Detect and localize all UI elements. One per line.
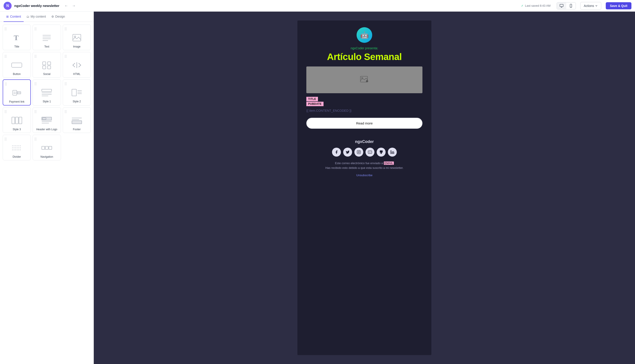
tab-my-content[interactable]: 🗂 My content bbox=[24, 12, 49, 22]
svg-rect-0 bbox=[560, 4, 563, 7]
drag-handle bbox=[35, 55, 36, 58]
component-title[interactable]: T Title bbox=[3, 24, 31, 50]
svg-point-9 bbox=[74, 36, 76, 37]
component-text[interactable]: Text bbox=[33, 24, 61, 50]
email-badges: TITLE PUBDATE bbox=[306, 97, 422, 106]
redo-button[interactable]: → bbox=[71, 2, 77, 9]
component-html[interactable]: HTML bbox=[63, 52, 91, 78]
twitter-icon[interactable] bbox=[343, 148, 352, 156]
component-image[interactable]: Image bbox=[63, 24, 91, 50]
app-logo: N bbox=[4, 2, 12, 10]
svg-rect-44 bbox=[49, 146, 52, 150]
component-style3[interactable]: Style 3 bbox=[3, 107, 31, 133]
navigation-icon bbox=[40, 142, 53, 154]
style1-icon bbox=[40, 87, 53, 98]
header-logo-icon bbox=[40, 115, 53, 126]
app-title: ngxCoder weekly newsletter bbox=[14, 4, 59, 8]
unsubscribe-link[interactable]: Unsubscribe bbox=[356, 174, 373, 177]
component-social[interactable]: Social bbox=[33, 52, 61, 78]
check-icon: ✓ bbox=[521, 4, 524, 7]
pubdate-badge: PUBDATE bbox=[306, 102, 324, 106]
button-icon bbox=[10, 60, 24, 71]
tab-content[interactable]: ⊞ Content bbox=[4, 12, 24, 22]
email-image-placeholder[interactable] bbox=[306, 66, 422, 93]
design-tab-icon: ⚙ bbox=[51, 15, 54, 18]
component-button[interactable]: Button bbox=[3, 52, 31, 78]
device-toggle bbox=[557, 2, 576, 9]
svg-rect-25 bbox=[72, 89, 76, 96]
style2-icon bbox=[70, 87, 84, 98]
mobile-view-button[interactable] bbox=[566, 2, 576, 9]
youtube-icon[interactable] bbox=[366, 148, 375, 156]
drag-handle bbox=[35, 138, 36, 140]
footer-brand: ngxCoder bbox=[306, 140, 422, 144]
component-payment-link[interactable]: Payment link bbox=[3, 80, 31, 106]
component-navigation[interactable]: Navigation bbox=[33, 135, 61, 160]
drag-handle bbox=[5, 55, 7, 58]
instagram-icon[interactable] bbox=[354, 148, 363, 156]
email-placeholder: EMAIL bbox=[384, 162, 394, 165]
drag-handle bbox=[35, 110, 36, 113]
linkedin-icon[interactable] bbox=[388, 148, 397, 156]
svg-rect-13 bbox=[43, 66, 46, 69]
svg-rect-43 bbox=[45, 146, 48, 150]
social-icons-row bbox=[306, 148, 422, 156]
drag-handle bbox=[35, 28, 36, 30]
github-icon[interactable] bbox=[377, 148, 386, 156]
svg-rect-42 bbox=[42, 146, 45, 150]
svg-rect-21 bbox=[42, 89, 52, 92]
title-icon: T bbox=[10, 32, 24, 43]
svg-rect-31 bbox=[19, 117, 22, 124]
image-icon bbox=[70, 32, 84, 43]
sidebar-tab-bar: ⊞ Content 🗂 My content ⚙ Design bbox=[0, 12, 94, 22]
history-nav: ← → bbox=[63, 2, 77, 9]
footer-icon bbox=[70, 115, 84, 126]
email-footer-section: ngxCoder bbox=[297, 134, 431, 184]
svg-rect-11 bbox=[43, 62, 46, 65]
component-divider[interactable]: Divider bbox=[3, 135, 31, 160]
social-icon bbox=[40, 60, 53, 71]
divider-icon bbox=[10, 142, 24, 154]
component-style2[interactable]: Style 2 bbox=[63, 80, 91, 106]
html-icon bbox=[70, 60, 84, 71]
component-style1[interactable]: Style 1 bbox=[33, 80, 61, 106]
email-footer-text: Este correo electrónico fue enviado a EM… bbox=[306, 161, 422, 170]
my-content-tab-icon: 🗂 bbox=[26, 15, 29, 18]
drag-handle bbox=[65, 110, 67, 113]
drag-handle bbox=[5, 138, 7, 140]
avatar: 🤖 bbox=[357, 27, 372, 43]
facebook-icon[interactable] bbox=[332, 148, 341, 156]
drag-handle bbox=[65, 82, 67, 85]
svg-point-2 bbox=[571, 6, 571, 7]
drag-handle bbox=[5, 110, 7, 113]
svg-text:T: T bbox=[14, 34, 19, 42]
component-header-with-logo[interactable]: Header with Logo bbox=[33, 107, 61, 133]
save-quit-button[interactable]: Save & Quit bbox=[606, 2, 631, 9]
sidebar: ⊞ Content 🗂 My content ⚙ Design bbox=[0, 12, 94, 364]
topbar: N ngxCoder weekly newsletter ← → ✓ Last … bbox=[0, 0, 635, 12]
svg-point-52 bbox=[360, 151, 360, 152]
actions-button[interactable]: Actions bbox=[580, 2, 601, 10]
drag-handle bbox=[65, 55, 67, 58]
undo-button[interactable]: ← bbox=[63, 2, 70, 9]
drag-handle bbox=[35, 82, 36, 85]
canvas-area: 🤖 ngxCoder presenta: Artículo Semanal bbox=[94, 12, 635, 364]
svg-rect-12 bbox=[48, 62, 51, 65]
drag-handle bbox=[5, 82, 7, 86]
svg-rect-14 bbox=[48, 66, 51, 69]
svg-rect-36 bbox=[72, 121, 82, 124]
read-more-button[interactable]: Read more bbox=[306, 118, 422, 129]
svg-rect-29 bbox=[12, 117, 15, 124]
content-tab-icon: ⊞ bbox=[6, 15, 9, 18]
svg-rect-8 bbox=[73, 34, 81, 41]
svg-rect-50 bbox=[357, 150, 361, 154]
svg-rect-54 bbox=[391, 152, 391, 154]
main-layout: ⊞ Content 🗂 My content ⚙ Design bbox=[0, 12, 635, 364]
email-presenta: ngxCoder presenta: bbox=[302, 46, 427, 50]
drag-handle bbox=[65, 28, 67, 30]
save-status: ✓ Last saved 8:43 AM bbox=[521, 4, 550, 7]
desktop-view-button[interactable] bbox=[557, 2, 566, 9]
tab-design[interactable]: ⚙ Design bbox=[49, 12, 68, 22]
component-footer[interactable]: Footer bbox=[63, 107, 91, 133]
email-main-title: Artículo Semanal bbox=[302, 52, 427, 62]
